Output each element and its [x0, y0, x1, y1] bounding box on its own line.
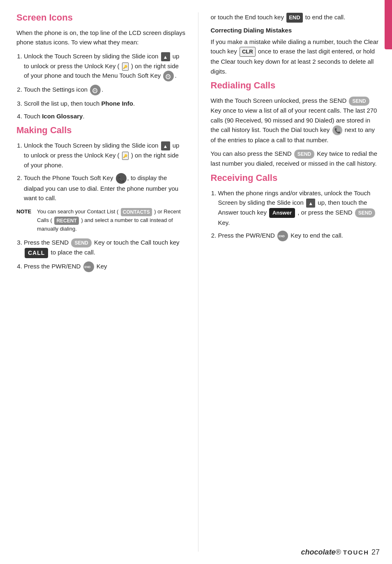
end-call-section: or touch the End touch key END to end th… [211, 12, 380, 23]
receiving-list: When the phone rings and/or vibrates, un… [211, 188, 380, 242]
unlock-key-icon-2: 🔑 [122, 152, 129, 160]
making-calls-list-continued: Press the SEND SEND Key or touch the Cal… [16, 238, 186, 272]
correcting-body: If you make a mistake while dialing a nu… [211, 37, 380, 76]
phone-info-bold: Phone Info [101, 100, 133, 107]
end-badge: END [286, 13, 302, 23]
making-calls-section: Making Calls Unlock the Touch Screen by … [16, 125, 186, 272]
redialing-body-2: You can also press the SEND SEND Key twi… [211, 149, 380, 169]
slide-icon-2 [161, 141, 170, 150]
right-tab [385, 0, 392, 49]
pwr-end-icon-1 [83, 261, 94, 272]
making-calls-title: Making Calls [16, 125, 186, 136]
correcting-title: Correcting Dialing Mistakes [211, 27, 380, 34]
making-calls-step-4: Press the PWR/END Key [24, 261, 186, 272]
receiving-step-2: Press the PWR/END Key to end the call. [218, 231, 380, 241]
making-calls-step-2: Touch the Phone Touch Soft Key , to disp… [24, 173, 186, 203]
page-number: 27 [371, 548, 380, 557]
making-calls-list: Unlock the Touch Screen by sliding the S… [16, 141, 186, 203]
redialing-section: Redialing Calls With the Touch Screen un… [211, 80, 380, 169]
screen-icons-section: Screen Icons When the phone is on, the t… [16, 12, 186, 121]
slide-icon-3 [306, 199, 315, 208]
receiving-step-1: When the phone rings and/or vibrates, un… [218, 188, 380, 228]
unlock-key-icon-1: 🔑 [122, 62, 129, 71]
redialing-body-1: With the Touch Screen unlocked, press th… [211, 96, 380, 145]
note-label: NOTE [16, 208, 34, 233]
screen-icons-list: Unlock the Touch Screen by sliding the S… [16, 51, 186, 121]
right-column: or touch the End touch key END to end th… [198, 12, 380, 552]
answer-badge: Answer [269, 208, 295, 218]
content-area: Screen Icons When the phone is on, the t… [0, 0, 392, 564]
screen-icons-step-4: Touch Icon Glossary. [24, 111, 186, 121]
making-calls-step-3: Press the SEND SEND Key or touch the Cal… [24, 238, 186, 258]
screen-icons-step-2: Touch the Settings icon . [24, 85, 186, 95]
correcting-section: Correcting Dialing Mistakes If you make … [211, 27, 380, 76]
send-badge-2: SEND [349, 97, 369, 106]
brand-name: chocolate® TOUCH [301, 548, 369, 557]
menu-soft-key-icon [163, 71, 174, 81]
note-block: NOTE You can search your Contact List ( … [16, 208, 186, 233]
clr-badge: CLR [240, 47, 256, 57]
receiving-title: Receiving Calls [211, 173, 380, 183]
end-call-text: or touch the End touch key END to end th… [211, 12, 380, 23]
settings-icon [90, 85, 101, 95]
left-column: Screen Icons When the phone is on, the t… [16, 12, 198, 552]
receiving-section: Receiving Calls When the phone rings and… [211, 173, 380, 242]
call-badge: CALL [25, 248, 48, 259]
making-calls-step-1: Unlock the Touch Screen by sliding the S… [24, 141, 186, 170]
send-badge-3: SEND [294, 150, 314, 159]
footer: chocolate® TOUCH 27 [301, 548, 380, 557]
screen-icons-step-1: Unlock the Touch Screen by sliding the S… [24, 51, 186, 81]
note-content: You can search your Contact List ( CONTA… [37, 208, 186, 233]
phone-soft-key-icon [116, 173, 127, 184]
redialing-title: Redialing Calls [211, 80, 380, 91]
page-container: Screen Icons When the phone is on, the t… [0, 0, 392, 564]
screen-icons-intro: When the phone is on, the top line of th… [16, 28, 186, 47]
contacts-badge: CONTACTS [121, 208, 152, 216]
send-badge-4: SEND [355, 208, 375, 218]
slide-icon-1 [161, 52, 170, 61]
recent-badge: RECENT [54, 217, 78, 225]
dial-icon [332, 125, 342, 135]
screen-icons-step-3: Scroll the list up, then touch Phone Inf… [24, 99, 186, 108]
screen-icons-title: Screen Icons [16, 12, 186, 23]
pwr-end-icon-2 [277, 231, 288, 241]
send-badge-1: SEND [71, 238, 91, 248]
icon-glossary-bold: Icon Glossary [42, 113, 83, 120]
